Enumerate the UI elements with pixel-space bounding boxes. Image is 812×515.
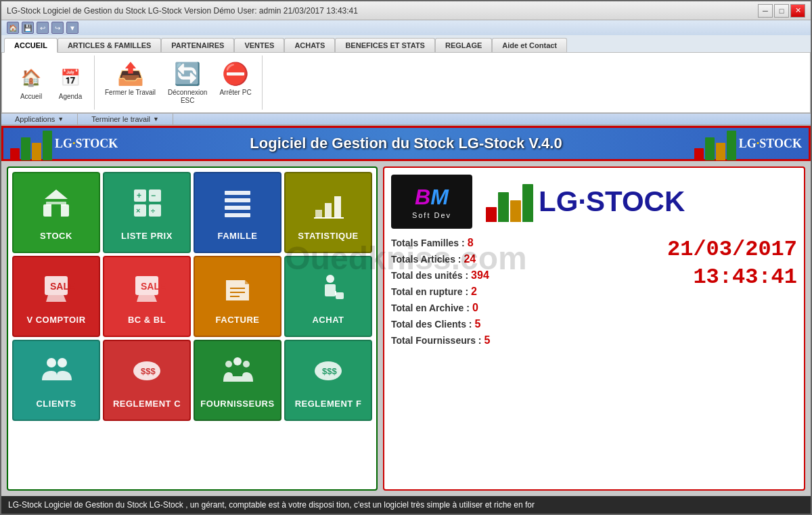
- clients-button[interactable]: CLIENTS: [12, 340, 100, 421]
- stock-icon: [38, 184, 75, 225]
- home-qa-icon[interactable]: 🏠: [7, 22, 19, 34]
- fournisseurs-button[interactable]: FOURNISSEURS: [194, 340, 281, 421]
- terminer-arrow: ▼: [153, 116, 159, 122]
- svg-text:−: −: [151, 191, 156, 200]
- tab-benefices[interactable]: BENEFICES ET STATS: [335, 38, 435, 52]
- tab-achats[interactable]: ACHATS: [284, 38, 335, 52]
- reglement-f-label: REGLEMENT F: [295, 399, 362, 409]
- tab-ventes[interactable]: VENTES: [234, 38, 284, 52]
- stat-unites-label: Total des unités :: [391, 270, 468, 281]
- stock-button[interactable]: STOCK: [12, 172, 100, 253]
- rbar4: [727, 131, 736, 160]
- v-comptoir-label: V COMPTOIR: [26, 315, 85, 325]
- reglement-c-button[interactable]: $$$ REGLEMENT C: [103, 340, 191, 421]
- tab-accueil[interactable]: ACCUEIL: [4, 38, 58, 53]
- deconnexion-ribbon-btn[interactable]: 🔄 DéconnexionESC: [163, 57, 212, 108]
- achat-button[interactable]: ACHAT: [284, 256, 372, 337]
- close-button[interactable]: ✕: [790, 4, 805, 18]
- statistique-label: STATISTIQUE: [298, 231, 359, 241]
- accueil-icon: 🏠: [18, 64, 45, 91]
- ribbon-content: 🏠 Accueil 📅 Agenda 📤 Fermer le Travail: [1, 52, 811, 113]
- quick-access-bar: 🏠 💾 ↩ ↪ ▼: [1, 20, 811, 35]
- agenda-label: Agenda: [59, 93, 82, 101]
- chart-logo-left: [10, 127, 52, 160]
- famille-button[interactable]: FAMILLE: [194, 172, 281, 253]
- clients-label: CLIENTS: [36, 399, 76, 409]
- stat-fournisseurs-label: Total Fournisseurs :: [391, 335, 482, 346]
- fermer-ribbon-btn[interactable]: 📤 Fermer le Travail: [100, 57, 160, 108]
- lg-chart-bars: [486, 181, 533, 222]
- redo-qa-icon[interactable]: ↪: [51, 22, 64, 34]
- svg-text:SALE: SALE: [141, 281, 166, 292]
- agenda-icon: 📅: [57, 64, 84, 91]
- accueil-ribbon-btn[interactable]: 🏠 Accueil: [13, 61, 49, 104]
- reglement-f-icon: $$$: [310, 352, 347, 393]
- applications-label: Applications: [15, 115, 55, 123]
- save-qa-icon[interactable]: 💾: [22, 22, 34, 34]
- minimize-button[interactable]: ─: [758, 4, 773, 18]
- dropdown-qa-icon[interactable]: ▼: [66, 22, 78, 34]
- fermer-icon: 📤: [117, 60, 144, 87]
- agenda-ribbon-btn[interactable]: 📅 Agenda: [52, 61, 89, 104]
- liste-prix-button[interactable]: + − × ÷ LISTE PRIX: [103, 172, 191, 253]
- undo-qa-icon[interactable]: ↩: [37, 22, 49, 34]
- deconnexion-icon: 🔄: [174, 60, 201, 87]
- footer-text: LG-Stock Logiciel de Gestion du Stock LG…: [8, 500, 535, 510]
- lg-bar3: [510, 200, 521, 222]
- reglement-f-button[interactable]: $$$ REGLEMENT F: [284, 340, 372, 421]
- bc-bl-button[interactable]: SALE BC & BL: [103, 256, 191, 337]
- facture-label: FACTURE: [216, 315, 260, 325]
- arreter-ribbon-btn[interactable]: ⛔ Arrêter PC: [215, 57, 256, 108]
- content-area: STOCK + − × ÷ LISTE PRIX: [1, 161, 811, 496]
- terminer-section[interactable]: Terminer le travail ▼: [78, 114, 173, 125]
- ribbon-group-home: 🏠 Accueil 📅 Agenda: [7, 55, 95, 110]
- achat-label: ACHAT: [312, 315, 344, 325]
- facture-icon: [219, 268, 256, 309]
- accueil-label: Accueil: [20, 93, 42, 101]
- svg-point-37: [243, 361, 250, 367]
- bar1: [10, 148, 20, 160]
- stat-fournisseurs-value: 5: [484, 334, 491, 346]
- stats-date-row: Totals Familles : 8 Totals Articles : 24…: [391, 237, 797, 346]
- stat-fournisseurs: Total Fournisseurs : 5: [391, 334, 490, 346]
- app-window: LG-Stock Logiciel de Gestion du Stock LG…: [0, 0, 812, 515]
- tab-aide[interactable]: Aide et Contact: [492, 38, 567, 52]
- arreter-label: Arrêter PC: [219, 89, 251, 97]
- deconnexion-label: DéconnexionESC: [168, 89, 207, 105]
- stat-rupture-label: Total en rupture :: [391, 286, 468, 297]
- ribbon-home-buttons: 🏠 Accueil 📅 Agenda: [13, 61, 89, 104]
- maximize-button[interactable]: □: [774, 4, 789, 18]
- clients-icon: [38, 352, 75, 393]
- svg-point-35: [233, 357, 242, 365]
- date-column: 21/03/2017 13:43:41: [667, 237, 797, 346]
- tab-reglage[interactable]: REGLAGE: [435, 38, 492, 52]
- statistique-button[interactable]: STATISTIQUE: [284, 172, 372, 253]
- svg-rect-3: [51, 204, 61, 217]
- reglement-c-label: REGLEMENT C: [113, 399, 181, 409]
- fermer-label: Fermer le Travail: [105, 89, 156, 97]
- rbar2: [705, 137, 715, 160]
- svg-text:$$$: $$$: [141, 366, 156, 376]
- logo-right: LG·STOCK: [694, 127, 802, 160]
- lg-bar2: [498, 192, 509, 222]
- svg-point-36: [225, 361, 232, 367]
- window-controls: ─ □ ✕: [758, 4, 805, 18]
- ribbon-group-work: 📤 Fermer le Travail 🔄 DéconnexionESC ⛔ A…: [95, 55, 263, 110]
- statistique-icon: [310, 184, 347, 225]
- svg-point-31: [47, 358, 56, 367]
- button-grid: STOCK + − × ÷ LISTE PRIX: [7, 166, 378, 491]
- stat-clients-value: 5: [475, 318, 481, 330]
- tab-articles[interactable]: ARTICLES & FAMILLES: [58, 38, 161, 52]
- fournisseurs-label: FOURNISSEURS: [200, 399, 274, 409]
- bc-bl-icon: SALE: [129, 268, 166, 309]
- tab-partenaires[interactable]: PARTENAIRES: [161, 38, 234, 52]
- logo-left: LG·STOCK: [10, 127, 118, 160]
- lg-bar4: [522, 184, 533, 222]
- big-time: 13:43:41: [693, 265, 797, 290]
- lg-logo-left: LG·STOCK: [10, 127, 118, 160]
- applications-section[interactable]: Applications ▼: [1, 114, 78, 125]
- facture-button[interactable]: FACTURE: [194, 256, 281, 337]
- ribbon-area: 🏠 💾 ↩ ↪ ▼ ACCUEIL ARTICLES & FAMILLES PA…: [1, 20, 811, 126]
- v-comptoir-button[interactable]: SALE V COMPTOIR: [12, 256, 100, 337]
- fournisseurs-icon: [219, 352, 256, 393]
